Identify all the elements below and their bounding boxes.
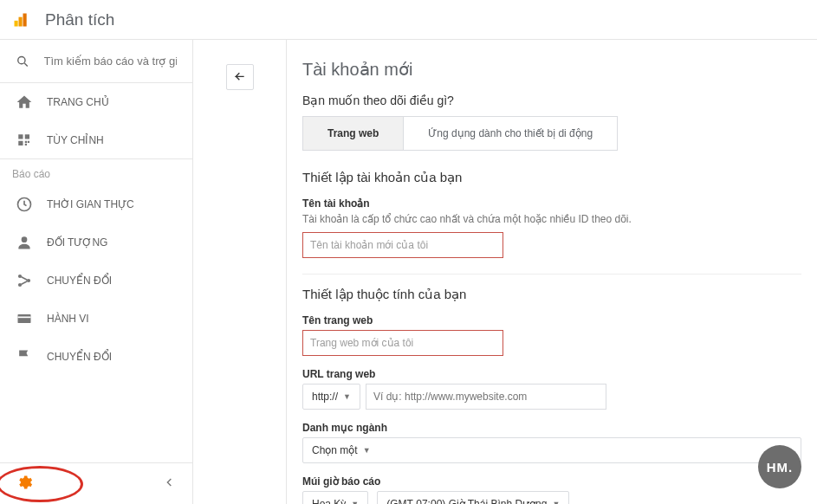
svg-rect-9 [28,140,29,142]
svg-rect-7 [18,140,23,145]
main-content: Tài khoản mới Bạn muốn theo dõi điều gì?… [287,40,817,504]
account-name-input[interactable] [302,232,503,258]
annotation-ellipse [0,466,83,502]
back-button[interactable] [226,64,254,90]
caret-down-icon: ▼ [351,500,359,504]
svg-rect-5 [18,134,23,139]
site-name-label: Tên trang web [302,314,801,326]
account-name-label: Tên tài khoản [302,197,801,210]
nav-custom[interactable]: TÙY CHỈNH [0,121,192,159]
back-column [193,40,287,504]
nav-audience[interactable]: ĐỐI TƯỢNG [0,223,192,262]
nav-home[interactable]: TRANG CHỦ [0,83,192,121]
svg-rect-16 [18,314,31,323]
nav-custom-label: TÙY CHỈNH [47,134,104,146]
tz-country-value: Hoa Kỳ [312,498,346,504]
search-row[interactable] [0,40,192,83]
flag-icon [16,348,33,365]
svg-rect-8 [25,140,27,142]
nav-behavior[interactable]: HÀNH VI [0,300,192,338]
tz-value-select[interactable]: (GMT-07:00) Giờ Thái Bình Dương ▼ [377,491,569,504]
account-setup-title: Thiết lập tài khoản của bạn [302,170,801,185]
fab-badge[interactable]: HM. [758,445,801,488]
property-setup-title: Thiết lập thuộc tính của bạn [302,287,801,302]
search-input[interactable] [44,55,178,68]
track-question: Bạn muốn theo dõi điều gì? [302,94,801,107]
sidebar-footer [0,462,192,504]
timezone-label: Múi giờ báo cáo [302,475,801,488]
nav-audience-label: ĐỐI TƯỢNG [47,236,107,249]
home-icon [16,94,33,111]
card-icon [16,310,33,327]
svg-line-4 [24,63,27,66]
svg-point-12 [22,236,28,242]
reports-section-label: Báo cáo [0,159,192,185]
nav-home-label: TRANG CHỦ [47,96,109,108]
svg-point-3 [18,56,25,63]
svg-rect-10 [25,143,27,145]
account-name-help: Tài khoản là cấp tổ chức cao nhất và chứ… [302,213,801,225]
track-type-toggle: Trang web Ứng dụng dành cho thiết bị di … [302,116,618,151]
arrow-left-icon [233,70,247,84]
nav-realtime-label: THỜI GIAN THỰC [47,198,134,210]
page-title: Tài khoản mới [302,59,801,80]
nav-conversions[interactable]: CHUYỂN ĐỔI [0,338,192,376]
protocol-select[interactable]: http:// ▼ [302,384,360,410]
nav-behavior-label: HÀNH VI [47,313,89,325]
category-label: Danh mục ngành [302,422,801,434]
dashboard-icon [16,132,33,149]
protocol-value: http:// [312,391,338,403]
app-title: Phân tích [45,10,114,29]
nav-acquisition-label: CHUYỂN ĐỔI [47,275,112,287]
svg-rect-6 [25,134,29,139]
clock-icon [16,196,33,213]
nav-realtime[interactable]: THỜI GIAN THỰC [0,185,192,223]
svg-rect-0 [15,20,18,26]
tab-website[interactable]: Trang web [303,117,403,150]
nav-conversions-label: CHUYỂN ĐỔI [47,351,112,363]
gear-icon[interactable] [16,474,33,494]
search-icon [16,53,30,70]
sidebar: TRANG CHỦ TÙY CHỈNH Báo cáo THỜI GIAN TH… [0,40,193,504]
svg-rect-17 [18,317,31,319]
svg-rect-2 [23,13,27,26]
tz-country-select[interactable]: Hoa Kỳ ▼ [302,491,368,504]
category-value: Chọn một [312,444,358,456]
caret-down-icon: ▼ [343,392,351,401]
svg-rect-1 [19,16,23,26]
person-icon [16,234,33,251]
site-name-input[interactable] [302,330,503,356]
caret-down-icon: ▼ [552,500,560,504]
caret-down-icon: ▼ [363,446,371,455]
url-label: URL trang web [302,368,801,380]
tz-value: (GMT-07:00) Giờ Thái Bình Dương [386,498,547,504]
app-header: Phân tích [0,0,817,40]
nav-acquisition[interactable]: CHUYỂN ĐỔI [0,262,192,300]
analytics-logo-icon [12,11,29,29]
divider [302,274,801,275]
category-select[interactable]: Chọn một ▼ [302,437,801,463]
chevron-left-icon[interactable] [163,475,177,492]
share-icon [16,272,33,289]
url-input[interactable] [366,384,606,410]
tab-mobile-app[interactable]: Ứng dụng dành cho thiết bị di động [403,117,617,150]
